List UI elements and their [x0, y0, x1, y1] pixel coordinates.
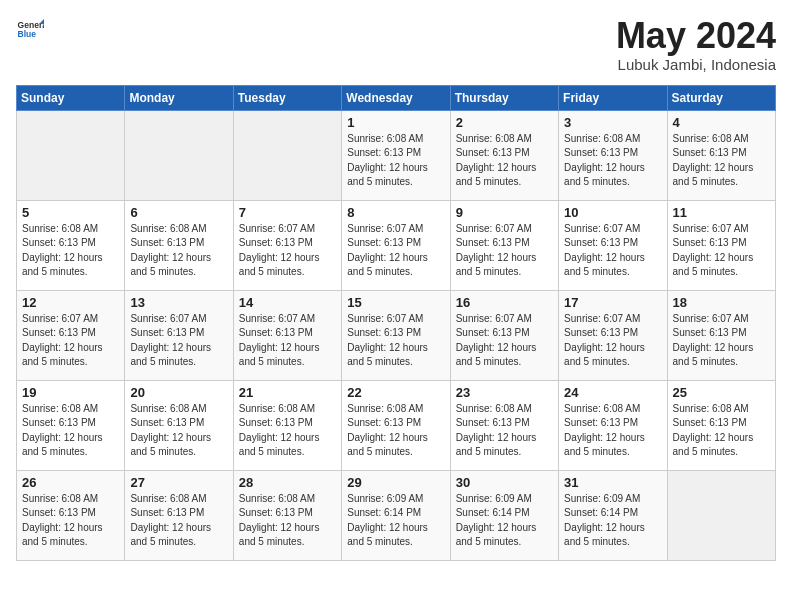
day-info: Sunrise: 6:08 AM Sunset: 6:13 PM Dayligh… — [130, 402, 227, 460]
day-info: Sunrise: 6:08 AM Sunset: 6:13 PM Dayligh… — [130, 222, 227, 280]
day-info: Sunrise: 6:08 AM Sunset: 6:13 PM Dayligh… — [564, 402, 661, 460]
day-info: Sunrise: 6:07 AM Sunset: 6:13 PM Dayligh… — [239, 222, 336, 280]
calendar-cell: 21Sunrise: 6:08 AM Sunset: 6:13 PM Dayli… — [233, 380, 341, 470]
day-info: Sunrise: 6:07 AM Sunset: 6:13 PM Dayligh… — [347, 222, 444, 280]
calendar-cell: 26Sunrise: 6:08 AM Sunset: 6:13 PM Dayli… — [17, 470, 125, 560]
day-number: 21 — [239, 385, 336, 400]
calendar-cell: 25Sunrise: 6:08 AM Sunset: 6:13 PM Dayli… — [667, 380, 775, 470]
col-header-saturday: Saturday — [667, 85, 775, 110]
calendar-cell — [125, 110, 233, 200]
day-number: 27 — [130, 475, 227, 490]
calendar-cell: 14Sunrise: 6:07 AM Sunset: 6:13 PM Dayli… — [233, 290, 341, 380]
day-info: Sunrise: 6:07 AM Sunset: 6:13 PM Dayligh… — [564, 222, 661, 280]
calendar-week-2: 5Sunrise: 6:08 AM Sunset: 6:13 PM Daylig… — [17, 200, 776, 290]
calendar-cell: 11Sunrise: 6:07 AM Sunset: 6:13 PM Dayli… — [667, 200, 775, 290]
col-header-wednesday: Wednesday — [342, 85, 450, 110]
logo: General Blue — [16, 16, 48, 44]
day-number: 22 — [347, 385, 444, 400]
calendar-cell: 30Sunrise: 6:09 AM Sunset: 6:14 PM Dayli… — [450, 470, 558, 560]
svg-text:General: General — [18, 20, 44, 30]
calendar-table: SundayMondayTuesdayWednesdayThursdayFrid… — [16, 85, 776, 561]
day-number: 20 — [130, 385, 227, 400]
calendar-cell — [667, 470, 775, 560]
day-number: 13 — [130, 295, 227, 310]
day-number: 30 — [456, 475, 553, 490]
day-info: Sunrise: 6:08 AM Sunset: 6:13 PM Dayligh… — [564, 132, 661, 190]
calendar-cell: 6Sunrise: 6:08 AM Sunset: 6:13 PM Daylig… — [125, 200, 233, 290]
day-info: Sunrise: 6:07 AM Sunset: 6:13 PM Dayligh… — [130, 312, 227, 370]
calendar-cell — [17, 110, 125, 200]
col-header-tuesday: Tuesday — [233, 85, 341, 110]
calendar-week-4: 19Sunrise: 6:08 AM Sunset: 6:13 PM Dayli… — [17, 380, 776, 470]
day-info: Sunrise: 6:07 AM Sunset: 6:13 PM Dayligh… — [347, 312, 444, 370]
logo-icon: General Blue — [16, 16, 44, 44]
day-number: 11 — [673, 205, 770, 220]
day-info: Sunrise: 6:08 AM Sunset: 6:13 PM Dayligh… — [22, 222, 119, 280]
calendar-cell: 8Sunrise: 6:07 AM Sunset: 6:13 PM Daylig… — [342, 200, 450, 290]
day-number: 6 — [130, 205, 227, 220]
day-number: 14 — [239, 295, 336, 310]
calendar-cell: 19Sunrise: 6:08 AM Sunset: 6:13 PM Dayli… — [17, 380, 125, 470]
day-info: Sunrise: 6:09 AM Sunset: 6:14 PM Dayligh… — [456, 492, 553, 550]
location: Lubuk Jambi, Indonesia — [616, 56, 776, 73]
day-number: 12 — [22, 295, 119, 310]
day-info: Sunrise: 6:08 AM Sunset: 6:13 PM Dayligh… — [22, 402, 119, 460]
col-header-sunday: Sunday — [17, 85, 125, 110]
calendar-cell: 7Sunrise: 6:07 AM Sunset: 6:13 PM Daylig… — [233, 200, 341, 290]
calendar-cell: 3Sunrise: 6:08 AM Sunset: 6:13 PM Daylig… — [559, 110, 667, 200]
day-info: Sunrise: 6:07 AM Sunset: 6:13 PM Dayligh… — [673, 312, 770, 370]
day-info: Sunrise: 6:09 AM Sunset: 6:14 PM Dayligh… — [564, 492, 661, 550]
title-block: May 2024 Lubuk Jambi, Indonesia — [616, 16, 776, 73]
day-info: Sunrise: 6:08 AM Sunset: 6:13 PM Dayligh… — [673, 132, 770, 190]
calendar-cell: 16Sunrise: 6:07 AM Sunset: 6:13 PM Dayli… — [450, 290, 558, 380]
page-header: General Blue May 2024 Lubuk Jambi, Indon… — [16, 16, 776, 73]
calendar-cell: 23Sunrise: 6:08 AM Sunset: 6:13 PM Dayli… — [450, 380, 558, 470]
calendar-cell: 22Sunrise: 6:08 AM Sunset: 6:13 PM Dayli… — [342, 380, 450, 470]
day-number: 25 — [673, 385, 770, 400]
day-info: Sunrise: 6:07 AM Sunset: 6:13 PM Dayligh… — [564, 312, 661, 370]
day-info: Sunrise: 6:07 AM Sunset: 6:13 PM Dayligh… — [22, 312, 119, 370]
day-info: Sunrise: 6:08 AM Sunset: 6:13 PM Dayligh… — [347, 132, 444, 190]
day-info: Sunrise: 6:08 AM Sunset: 6:13 PM Dayligh… — [22, 492, 119, 550]
day-number: 10 — [564, 205, 661, 220]
day-number: 31 — [564, 475, 661, 490]
calendar-cell: 24Sunrise: 6:08 AM Sunset: 6:13 PM Dayli… — [559, 380, 667, 470]
day-number: 7 — [239, 205, 336, 220]
calendar-cell: 2Sunrise: 6:08 AM Sunset: 6:13 PM Daylig… — [450, 110, 558, 200]
day-info: Sunrise: 6:07 AM Sunset: 6:13 PM Dayligh… — [673, 222, 770, 280]
day-info: Sunrise: 6:08 AM Sunset: 6:13 PM Dayligh… — [673, 402, 770, 460]
calendar-cell: 20Sunrise: 6:08 AM Sunset: 6:13 PM Dayli… — [125, 380, 233, 470]
calendar-cell: 18Sunrise: 6:07 AM Sunset: 6:13 PM Dayli… — [667, 290, 775, 380]
day-info: Sunrise: 6:08 AM Sunset: 6:13 PM Dayligh… — [456, 132, 553, 190]
calendar-week-5: 26Sunrise: 6:08 AM Sunset: 6:13 PM Dayli… — [17, 470, 776, 560]
calendar-cell: 1Sunrise: 6:08 AM Sunset: 6:13 PM Daylig… — [342, 110, 450, 200]
day-number: 16 — [456, 295, 553, 310]
calendar-cell: 13Sunrise: 6:07 AM Sunset: 6:13 PM Dayli… — [125, 290, 233, 380]
svg-text:Blue: Blue — [18, 29, 37, 39]
calendar-cell: 5Sunrise: 6:08 AM Sunset: 6:13 PM Daylig… — [17, 200, 125, 290]
day-number: 29 — [347, 475, 444, 490]
day-number: 26 — [22, 475, 119, 490]
col-header-thursday: Thursday — [450, 85, 558, 110]
calendar-cell: 17Sunrise: 6:07 AM Sunset: 6:13 PM Dayli… — [559, 290, 667, 380]
day-info: Sunrise: 6:08 AM Sunset: 6:13 PM Dayligh… — [347, 402, 444, 460]
calendar-cell: 9Sunrise: 6:07 AM Sunset: 6:13 PM Daylig… — [450, 200, 558, 290]
month-title: May 2024 — [616, 16, 776, 56]
day-number: 23 — [456, 385, 553, 400]
calendar-cell: 12Sunrise: 6:07 AM Sunset: 6:13 PM Dayli… — [17, 290, 125, 380]
calendar-cell: 10Sunrise: 6:07 AM Sunset: 6:13 PM Dayli… — [559, 200, 667, 290]
calendar-body: 1Sunrise: 6:08 AM Sunset: 6:13 PM Daylig… — [17, 110, 776, 560]
col-header-monday: Monday — [125, 85, 233, 110]
calendar-cell: 27Sunrise: 6:08 AM Sunset: 6:13 PM Dayli… — [125, 470, 233, 560]
col-header-friday: Friday — [559, 85, 667, 110]
calendar-cell: 15Sunrise: 6:07 AM Sunset: 6:13 PM Dayli… — [342, 290, 450, 380]
calendar-cell: 31Sunrise: 6:09 AM Sunset: 6:14 PM Dayli… — [559, 470, 667, 560]
day-number: 8 — [347, 205, 444, 220]
calendar-cell — [233, 110, 341, 200]
day-info: Sunrise: 6:08 AM Sunset: 6:13 PM Dayligh… — [456, 402, 553, 460]
calendar-cell: 4Sunrise: 6:08 AM Sunset: 6:13 PM Daylig… — [667, 110, 775, 200]
calendar-cell: 28Sunrise: 6:08 AM Sunset: 6:13 PM Dayli… — [233, 470, 341, 560]
day-number: 17 — [564, 295, 661, 310]
day-info: Sunrise: 6:07 AM Sunset: 6:13 PM Dayligh… — [456, 312, 553, 370]
day-number: 15 — [347, 295, 444, 310]
